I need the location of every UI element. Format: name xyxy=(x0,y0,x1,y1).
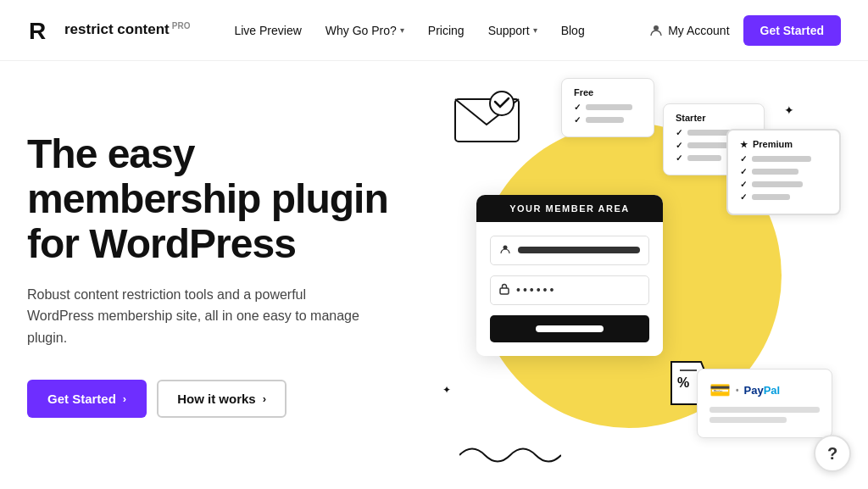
check-icon-1: ✓ xyxy=(574,103,581,112)
help-button[interactable]: ? xyxy=(814,435,851,472)
password-dots: •••••• xyxy=(516,283,556,297)
free-row-2: ✓ xyxy=(574,115,642,125)
svg-point-2 xyxy=(654,25,659,31)
starter-check-3: ✓ xyxy=(676,153,682,163)
sparkle-icon-4: ✦ xyxy=(442,384,451,396)
payment-separator: • xyxy=(736,386,739,395)
logo[interactable]: R restrict contentPRO xyxy=(27,15,190,46)
chevron-down-icon: ▾ xyxy=(400,25,404,35)
user-icon xyxy=(649,24,663,37)
navigation: R restrict contentPRO Live Preview Why G… xyxy=(0,0,868,61)
hero-title: The easy membership plugin for WordPress xyxy=(27,132,434,266)
free-pricing-card: Free ✓ ✓ xyxy=(561,78,654,137)
hero-subtitle: Robust content restriction tools and a p… xyxy=(27,284,366,349)
hero-section: The easy membership plugin for WordPress… xyxy=(0,61,868,489)
premium-check-2: ✓ xyxy=(740,167,747,176)
pricing-cards-illustration: Free ✓ ✓ Starter ✓ ✓ xyxy=(587,78,841,247)
premium-row-1: ✓ xyxy=(740,154,827,164)
payment-line-1 xyxy=(709,407,820,413)
premium-check-1: ✓ xyxy=(740,154,747,164)
premium-check-3: ✓ xyxy=(740,180,747,189)
starter-card-title: Starter xyxy=(676,113,752,123)
login-button-visual xyxy=(490,315,649,342)
svg-point-4 xyxy=(490,92,514,115)
premium-row-4: ✓ xyxy=(740,192,827,202)
lock-icon xyxy=(499,283,509,297)
premium-row-3: ✓ xyxy=(740,180,827,189)
login-btn-line xyxy=(536,325,604,332)
nav-get-started-button[interactable]: Get Started xyxy=(743,15,841,46)
check-icon-2: ✓ xyxy=(574,115,581,125)
username-line xyxy=(518,247,640,253)
premium-line-2 xyxy=(752,169,798,175)
payment-logos: 💳 • PayPal xyxy=(709,380,820,400)
user-field-icon xyxy=(499,243,511,258)
payment-line-2 xyxy=(709,417,787,423)
free-line-2 xyxy=(586,117,624,123)
premium-check-4: ✓ xyxy=(740,192,747,202)
nav-link-pricing[interactable]: Pricing xyxy=(418,17,475,44)
free-line-1 xyxy=(586,104,632,110)
nav-link-support[interactable]: Support ▾ xyxy=(478,17,548,44)
free-row-1: ✓ xyxy=(574,103,642,112)
premium-line-3 xyxy=(752,181,803,187)
starter-line-3 xyxy=(687,155,721,161)
hero-buttons: Get Started › How it works › xyxy=(27,380,434,418)
wavy-line-decoration xyxy=(459,438,561,464)
arrow-right-icon: › xyxy=(123,392,126,405)
how-it-works-button[interactable]: How it works › xyxy=(157,380,287,418)
premium-row-2: ✓ xyxy=(740,167,827,176)
premium-line-4 xyxy=(752,194,790,200)
svg-text:R: R xyxy=(29,18,46,44)
svg-rect-7 xyxy=(500,288,509,294)
nav-right: My Account Get Started xyxy=(649,15,841,46)
free-card-title: Free xyxy=(574,87,642,97)
premium-line-1 xyxy=(752,156,811,162)
password-field: •••••• xyxy=(490,275,649,305)
hero-content: The easy membership plugin for WordPress… xyxy=(27,132,434,417)
arrow-right-icon-secondary: › xyxy=(263,392,266,405)
svg-text:%: % xyxy=(677,375,689,390)
credit-card-icon: 💳 xyxy=(709,380,731,400)
chevron-down-icon-support: ▾ xyxy=(533,25,537,35)
logo-text: restrict contentPRO xyxy=(64,21,190,38)
nav-link-live-preview[interactable]: Live Preview xyxy=(224,17,311,44)
premium-pricing-card: ★ Premium ✓ ✓ ✓ ✓ xyxy=(726,129,841,215)
nav-link-why-go-pro[interactable]: Why Go Pro? ▾ xyxy=(315,17,415,44)
paypal-logo: PayPal xyxy=(744,384,781,397)
starter-check-1: ✓ xyxy=(676,128,682,137)
nav-link-blog[interactable]: Blog xyxy=(551,17,595,44)
hero-illustration: ✦ ✦ ★ ✦ YOUR MEMBER AREA xyxy=(434,61,841,489)
get-started-button[interactable]: Get Started › xyxy=(27,380,147,418)
star-icon: ★ xyxy=(740,140,748,149)
starter-check-2: ✓ xyxy=(676,141,682,150)
my-account-link[interactable]: My Account xyxy=(649,24,729,37)
starter-line-2 xyxy=(687,142,730,148)
payment-card: 💳 • PayPal xyxy=(697,369,832,438)
premium-card-title: Premium xyxy=(753,139,793,149)
envelope-illustration xyxy=(451,86,527,146)
nav-links: Live Preview Why Go Pro? ▾ Pricing Suppo… xyxy=(224,17,649,44)
